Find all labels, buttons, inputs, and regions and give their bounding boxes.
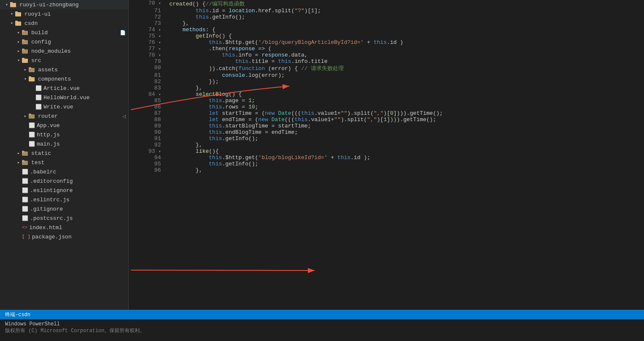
code-line: },: [168, 142, 644, 148]
sidebar-label: node_modules: [31, 48, 71, 54]
svg-rect-21: [22, 151, 24, 152]
sidebar-label: index.html: [29, 225, 62, 231]
fold-button[interactable]: ▾: [158, 1, 161, 6]
table-row: 96 },: [129, 167, 644, 173]
sidebar-label: assets: [38, 67, 58, 73]
table-row: 77 ▾ .then(response => (: [129, 46, 644, 52]
code-line: getInfo() {: [168, 33, 644, 39]
sidebar-item-babelrc[interactable]: ⬜ .babelrc: [0, 167, 128, 176]
table-row: 80 )).catch(function (error) { // 请求失败处理: [129, 65, 644, 72]
line-number: 74 ▾: [129, 27, 168, 33]
sidebar-label: package.json: [32, 234, 72, 240]
line-number: 87: [129, 110, 168, 116]
sidebar-item-eslintrc-js[interactable]: ⬜ .eslintrc.js: [0, 195, 128, 204]
sidebar-item-ruoyi-ui-zhongbang[interactable]: ruoyi-ui-zhongbang: [0, 0, 128, 9]
code-line: this.getInfo();: [168, 161, 644, 167]
line-number: 82: [129, 78, 168, 85]
fold-button[interactable]: ▾: [158, 92, 161, 97]
fold-button[interactable]: ▾: [158, 41, 161, 45]
table-row: 89 this.startBlogTime = startTime;: [129, 123, 644, 129]
code-line: this.getInfo();: [168, 135, 644, 142]
sidebar-label: .gitignore: [30, 206, 63, 212]
folder-icon: [22, 160, 30, 165]
line-number: 90: [129, 129, 168, 135]
sidebar-item-editorconfig[interactable]: ⬜ .editorconfig: [0, 176, 128, 186]
table-row: 70 ▾created() {//编写构造函数: [129, 0, 644, 8]
line-number: 89: [129, 123, 168, 129]
line-number: 84 ▾: [129, 91, 168, 97]
sidebar-item-router[interactable]: router ◁: [0, 111, 128, 121]
rc-icon: ⬜: [22, 178, 28, 184]
sidebar-label: components: [38, 76, 71, 82]
sidebar-label: .eslintrc.js: [30, 197, 70, 203]
sidebar-label: router: [38, 113, 58, 119]
sidebar-item-node-modules[interactable]: node_modules: [0, 46, 128, 56]
line-number: 93 ▾: [129, 148, 168, 154]
sidebar-item-http-js[interactable]: ⬜ http.js: [0, 130, 128, 139]
code-line: like(){: [168, 148, 644, 154]
sidebar-item-app-vue[interactable]: ⬜ App.vue: [0, 121, 128, 130]
line-number: 80: [129, 65, 168, 72]
sidebar-label: build: [31, 30, 48, 36]
code-line: this.title = this.info.title: [168, 58, 644, 65]
folder-icon: [22, 48, 30, 54]
js-icon: ⬜: [22, 197, 28, 203]
sidebar-item-postcssrc-js[interactable]: ⬜ .postcssrc.js: [0, 214, 128, 223]
table-row: 87 let startTime = (new Date(((this.valu…: [129, 110, 644, 116]
rc-icon: ⬜: [22, 206, 28, 212]
line-number: 73: [129, 20, 168, 27]
fold-button[interactable]: ▾: [158, 28, 161, 32]
table-row: 92 },: [129, 142, 644, 148]
line-number: 70 ▾: [129, 0, 168, 8]
fold-button[interactable]: ▾: [158, 53, 161, 58]
svg-rect-1: [10, 2, 13, 4]
folder-icon: [15, 20, 23, 26]
code-line: this.id = location.href.split("?")[1];: [168, 8, 644, 14]
code-line: this.$http.get('/blog/queryBlogArticleBy…: [168, 39, 644, 46]
code-line: selectBlog() {: [168, 91, 644, 97]
sidebar-item-components[interactable]: components: [0, 74, 128, 84]
sidebar-item-config[interactable]: config: [0, 37, 128, 46]
code-line: this.startBlogTime = startTime;: [168, 123, 644, 129]
fold-button[interactable]: ▾: [158, 34, 161, 39]
terminal-copyright: 版权所有 (C) Microsoft Corporation。保留所有权利。: [5, 327, 639, 334]
sidebar-item-index-html[interactable]: <> index.html: [0, 223, 128, 232]
sidebar-item-article-vue[interactable]: ⬜ Article.vue: [0, 84, 128, 93]
sidebar-item-main-js[interactable]: ⬜ main.js: [0, 139, 128, 149]
svg-rect-23: [22, 160, 24, 162]
sidebar-label: .eslintignore: [30, 187, 73, 194]
code-line: created() {//编写构造函数: [168, 0, 644, 8]
line-number: 81: [129, 72, 168, 78]
sidebar-item-ruoyi-ui[interactable]: ruoyi-ui: [0, 9, 128, 19]
line-number: 71: [129, 8, 168, 14]
sidebar-item-gitignore[interactable]: ⬜ .gitignore: [0, 204, 128, 214]
sidebar-item-write-vue[interactable]: ⬜ Write.vue: [0, 102, 128, 111]
code-line: this.info = response.data,: [168, 52, 644, 58]
fold-button[interactable]: ▾: [158, 149, 161, 154]
sidebar-item-static[interactable]: static: [0, 149, 128, 158]
sidebar-item-src[interactable]: src: [0, 56, 128, 65]
table-row: 74 ▾ methods: {: [129, 27, 644, 33]
sidebar: ruoyi-ui-zhongbang ruoyi-ui csdn: [0, 0, 129, 310]
svg-rect-9: [22, 39, 24, 41]
fold-button[interactable]: ▾: [158, 47, 161, 51]
sidebar-item-helloworld-vue[interactable]: ⬜ HelloWorld.vue: [0, 93, 128, 102]
sidebar-label: HelloWorld.vue: [43, 95, 90, 101]
sidebar-item-csdn[interactable]: csdn: [0, 19, 128, 28]
table-row: 79 this.title = this.info.title: [129, 58, 644, 65]
table-row: 81 console.log(error);: [129, 72, 644, 78]
collapse-icon[interactable]: ◁: [122, 113, 126, 120]
arrow-icon: [15, 30, 22, 35]
json-icon: [ ]: [22, 234, 30, 239]
line-number: 86: [129, 104, 168, 110]
arrow-icon: [3, 2, 10, 7]
sidebar-item-build[interactable]: build 📄: [0, 28, 128, 37]
sidebar-item-eslintignore[interactable]: ⬜ .eslintignore: [0, 186, 128, 195]
arrow-icon: [15, 151, 22, 156]
sidebar-item-assets[interactable]: assets: [0, 65, 128, 74]
table-row: 93 ▾ like(){: [129, 148, 644, 154]
sidebar-label: http.js: [37, 132, 60, 138]
sidebar-item-package-json[interactable]: [ ] package.json: [0, 232, 128, 241]
folder-icon: [22, 57, 30, 63]
sidebar-item-test[interactable]: test: [0, 158, 128, 167]
